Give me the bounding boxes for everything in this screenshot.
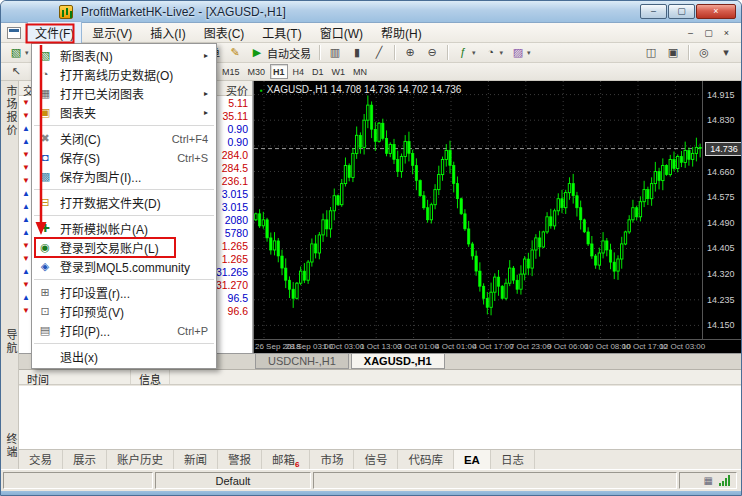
terminal-tab-账户历史[interactable]: 账户历史 xyxy=(107,450,174,470)
menu-separator xyxy=(34,125,214,126)
terminal-column-header[interactable]: 时间 xyxy=(19,370,131,384)
candlestick-plot[interactable] xyxy=(254,81,702,339)
templates-button[interactable]: ▨▾ xyxy=(508,44,534,61)
file-menu-item[interactable]: ◔打开离线历史数据(O) xyxy=(32,65,216,84)
time-axis-label: 9 Oct 06:00 xyxy=(547,342,588,351)
file-menu-item-label: 新图表(N) xyxy=(60,47,113,64)
profile-selector[interactable]: Default xyxy=(155,472,311,489)
periods-button[interactable]: ◔▾ xyxy=(481,44,507,61)
menubar-item[interactable]: 图表(C) xyxy=(196,21,253,44)
file-menu-item[interactable]: ▧新图表(N)▸ xyxy=(32,46,216,65)
status-cell-connection xyxy=(3,472,153,489)
menubar-item[interactable]: 显示(V) xyxy=(84,21,140,44)
file-menu-item-label: 保存为图片(I)... xyxy=(60,168,141,185)
terminal-tab-代码库[interactable]: 代码库 xyxy=(398,450,454,470)
maximize-button[interactable]: ▢ xyxy=(668,4,695,19)
chart-tab[interactable]: XAGUSD-,H1 xyxy=(351,354,445,369)
market-watch-price: 0.90 xyxy=(228,123,252,135)
terminal-tab-邮箱[interactable]: 邮箱6 xyxy=(262,450,310,470)
menubar-item[interactable]: 插入(I) xyxy=(142,21,193,44)
cursor-button[interactable]: ↖ xyxy=(6,63,26,80)
autotrading-button[interactable]: ▶自动交易 xyxy=(247,44,314,61)
connection-status[interactable]: ▦ xyxy=(679,472,737,489)
file-menu-item[interactable]: ▤打印(P)...Ctrl+P xyxy=(32,321,216,340)
open-deleted-icon: ▦ xyxy=(36,86,54,101)
new-chart-button[interactable]: ▧▾ xyxy=(6,44,32,61)
metaeditor-button[interactable]: ✎ xyxy=(225,44,245,61)
tile-windows-button[interactable]: ◫ xyxy=(641,44,661,61)
file-menu-item[interactable]: ⊟打开数据文件夹(D) xyxy=(32,193,216,212)
timeframe-M15[interactable]: M15 xyxy=(219,64,243,79)
terminal-tab-label: 市场 xyxy=(320,454,343,466)
line-chart-button[interactable]: ╱ xyxy=(369,44,389,61)
candlestick-button[interactable]: ▮ xyxy=(347,44,367,61)
terminal-tab-市场[interactable]: 市场 xyxy=(310,450,354,470)
file-menu-item[interactable]: ▦打开已关闭图表▸ xyxy=(32,84,216,103)
terminal-tab-交易[interactable]: 交易 xyxy=(19,450,63,470)
file-menu-item[interactable]: ✖关闭(C)Ctrl+F4 xyxy=(32,129,216,148)
toolbar-options-button[interactable]: ▾ xyxy=(716,44,736,61)
terminal-tab-信号[interactable]: 信号 xyxy=(354,450,398,470)
titlebar[interactable]: ProfitMarketHK-Live2 - [XAGUSD-,H1] – ▢ … xyxy=(1,1,741,23)
timeframe-M30[interactable]: M30 xyxy=(245,64,269,79)
child-restore-button[interactable]: ▢ xyxy=(700,26,717,40)
timeframe-MN[interactable]: MN xyxy=(350,64,370,79)
search-button[interactable]: ◎ xyxy=(694,44,714,61)
menubar: 文件(F)显示(V)插入(I)图表(C)工具(T)窗口(W)帮助(H) – ▢ … xyxy=(1,23,741,43)
menubar-item[interactable]: 工具(T) xyxy=(254,21,309,44)
terminal-tab-展示[interactable]: 展示 xyxy=(63,450,107,470)
mdi-window-controls: – ▢ × xyxy=(681,26,735,40)
zoom-in-button[interactable]: ⊕ xyxy=(400,44,420,61)
file-menu-item-label: 打开离线历史数据(O) xyxy=(60,66,173,83)
file-menu-item[interactable]: 退出(x) xyxy=(32,347,216,366)
menubar-item[interactable]: 文件(F) xyxy=(27,21,82,44)
file-menu-item[interactable]: ◉登录到交易账户(L) xyxy=(32,238,216,257)
timeframe-W1[interactable]: W1 xyxy=(329,64,349,79)
terminal-tab-日志[interactable]: 日志 xyxy=(491,450,535,470)
side-tab[interactable]: 终端 xyxy=(3,433,19,459)
chart-window[interactable]: ▪XAGUSD-,H1 14.708 14.736 14.702 14.736 … xyxy=(253,81,742,353)
cascade-windows-button[interactable]: ▣ xyxy=(663,44,683,61)
time-axis-label: 1 Oct 13:00 xyxy=(360,342,401,351)
file-menu-item[interactable]: ▩保存为图片(I)... xyxy=(32,167,216,186)
file-menu-item[interactable]: ✚开新模拟帐户(A) xyxy=(32,219,216,238)
zoom-out-button[interactable]: ⊖ xyxy=(422,44,442,61)
timeframe-H4[interactable]: H4 xyxy=(290,64,308,79)
file-menu-item[interactable]: ▣图表夹▸ xyxy=(32,103,216,122)
time-axis[interactable]: 26 Sep 201828 Sep 03:001 Oct 03:001 Oct … xyxy=(254,339,742,353)
side-tab[interactable]: 导航 xyxy=(3,329,19,355)
menubar-item[interactable]: 帮助(H) xyxy=(373,21,430,44)
timeframe-H1[interactable]: H1 xyxy=(270,64,288,79)
print-icon: ▤ xyxy=(36,323,54,338)
indicators-button[interactable]: ƒ▾ xyxy=(453,44,479,61)
file-menu-item[interactable]: ⊡打印预览(V) xyxy=(32,302,216,321)
terminal-column-header[interactable]: 信息 xyxy=(131,370,170,384)
terminal-tab-警报[interactable]: 警报 xyxy=(218,450,262,470)
market-watch-price: 31.265 xyxy=(216,266,252,278)
menubar-item[interactable]: 窗口(W) xyxy=(312,21,371,44)
file-menu-item-label: 登录到MQL5.community xyxy=(60,258,190,275)
terminal-tab-新闻[interactable]: 新闻 xyxy=(174,450,218,470)
save-picture-icon: ▩ xyxy=(36,169,54,184)
price-axis-label: 14.320 xyxy=(707,269,735,279)
side-tab[interactable]: 市场报价 xyxy=(3,85,19,137)
price-axis[interactable]: 14.91514.83014.74514.66014.57514.49014.4… xyxy=(702,81,742,339)
child-close-button[interactable]: × xyxy=(718,26,735,40)
terminal-tab-EA[interactable]: EA xyxy=(454,450,491,470)
chart-tab[interactable]: USDCNH-,H1 xyxy=(255,354,349,369)
file-menu-item[interactable]: ⊞打印设置(r)... xyxy=(32,283,216,302)
indicators-button-icon: ƒ xyxy=(456,45,470,60)
market-watch-price: 1.265 xyxy=(222,240,252,252)
market-watch-price: 284.5 xyxy=(222,162,252,174)
mql5-login-icon: ◈ xyxy=(36,259,54,274)
close-button[interactable]: × xyxy=(696,4,736,19)
minimize-button[interactable]: – xyxy=(640,4,667,19)
timeframe-D1[interactable]: D1 xyxy=(309,64,327,79)
chart-ohlc-header: ▪XAGUSD-,H1 14.708 14.736 14.702 14.736 xyxy=(260,84,461,95)
bar-chart-button[interactable]: ▥ xyxy=(325,44,345,61)
child-minimize-button[interactable]: – xyxy=(682,26,699,40)
login-trade-account-icon: ◉ xyxy=(36,240,54,255)
file-menu-item[interactable]: ◈登录到MQL5.community xyxy=(32,257,216,276)
current-price-tag: 14.736 xyxy=(705,142,742,156)
file-menu-item[interactable]: ◘保存(S)Ctrl+S xyxy=(32,148,216,167)
